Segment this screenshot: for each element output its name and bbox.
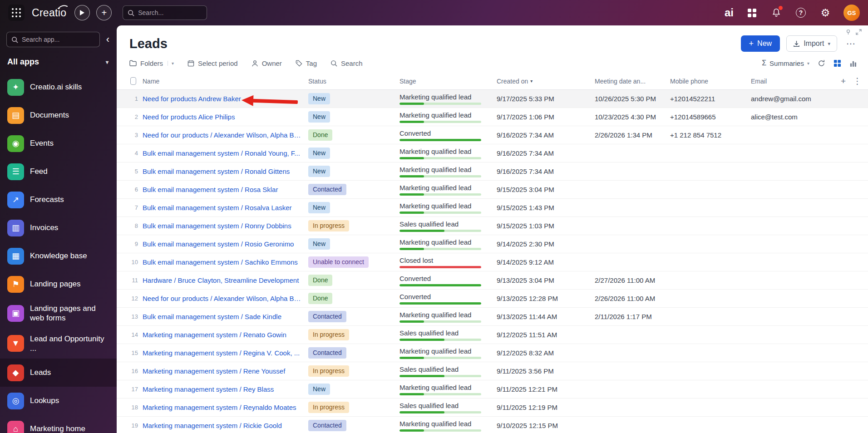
sidebar-item-invoices[interactable]: ▥ Invoices [0, 214, 117, 242]
grid-view-toggle[interactable] [833, 59, 841, 67]
book-icon: ▦ [7, 248, 24, 265]
new-button[interactable]: + New [741, 35, 780, 52]
landing-page-icon: ⚑ [7, 276, 24, 293]
settings-icon[interactable]: ⚙ [819, 6, 832, 19]
table-row[interactable]: 6 Bulk email management system / Rosa Sk… [117, 181, 868, 199]
row-number: 14 [117, 331, 143, 338]
lead-name-link[interactable]: Need for our products / Alexander Wilson… [143, 131, 302, 139]
lead-name-link[interactable]: Bulk email management system / Rosalva L… [143, 204, 302, 212]
creatio-logo[interactable]: Creatio [32, 7, 66, 19]
all-apps-dropdown[interactable]: All apps ▾ [0, 47, 117, 73]
add-column-button[interactable]: + [841, 77, 846, 85]
table-row[interactable]: 16 Marketing management system / Rene Yo… [117, 362, 868, 380]
analytics-view-toggle[interactable] [849, 59, 857, 67]
search-filter[interactable]: Search [330, 59, 363, 67]
table-row[interactable]: 19 Marketing management system / Rickie … [117, 417, 868, 433]
lead-name-link[interactable]: Bulk email management system / Sachiko E… [143, 258, 302, 266]
summaries-dropdown[interactable]: Σ Summaries ▾ [762, 59, 809, 67]
lead-name-link[interactable]: Bulk email management system / Sade Kind… [143, 313, 302, 320]
column-header-mobile-phone[interactable]: Mobile phone [670, 78, 751, 85]
sidebar-item-feed[interactable]: ☰ Feed [0, 157, 117, 186]
table-row[interactable]: 1 Need for products Andrew Baker New Mar… [117, 90, 868, 108]
table-row[interactable]: 4 Bulk email management system / Ronald … [117, 144, 868, 162]
column-header-stage[interactable]: Stage [399, 78, 497, 85]
column-header-meeting-date[interactable]: Meeting date an... [595, 78, 670, 85]
table-row[interactable]: 13 Bulk email management system / Sade K… [117, 308, 868, 326]
select-period-filter[interactable]: Select period [187, 59, 238, 67]
more-actions-button[interactable]: ⋯ [843, 38, 859, 49]
sidebar-item-knowledge-base[interactable]: ▦ Knowledge base [0, 242, 117, 270]
sidebar-item-marketing-home[interactable]: ⌂ Marketing home [0, 415, 117, 433]
table-row[interactable]: 18 Marketing management system / Reynald… [117, 399, 868, 417]
notifications-icon[interactable] [770, 6, 783, 19]
lookup-icon: ◎ [7, 393, 24, 409]
panel-pin-icon[interactable] [845, 29, 851, 35]
table-row[interactable]: 9 Bulk email management system / Rosio G… [117, 235, 868, 253]
lead-name-link[interactable]: Need for our products / Alexander Wilson… [143, 295, 302, 302]
lead-name-link[interactable]: Hardware / Bruce Clayton, Streamline Dev… [143, 276, 302, 284]
import-button[interactable]: Import ▾ [786, 35, 837, 52]
column-header-status[interactable]: Status [308, 78, 399, 85]
sidebar-collapse-button[interactable]: ‹ [104, 34, 112, 45]
table-row[interactable]: 15 Marketing management system / Regina … [117, 344, 868, 362]
column-menu-button[interactable]: ⋮ [853, 77, 862, 85]
table-row[interactable]: 3 Need for our products / Alexander Wils… [117, 126, 868, 144]
lead-name-link[interactable]: Bulk email management system / Rosio Ger… [143, 240, 302, 248]
stage-progress-bar [399, 284, 481, 286]
lead-name-link[interactable]: Bulk email management system / Ronny Dob… [143, 222, 302, 230]
lead-name-link[interactable]: Need for products Alice Philips [143, 113, 302, 121]
table-row[interactable]: 10 Bulk email management system / Sachik… [117, 253, 868, 271]
creatio-ai-logo[interactable]: ai [725, 6, 734, 19]
lead-name-link[interactable]: Marketing management system / Rene Youss… [143, 367, 302, 375]
panel-expand-icon[interactable] [856, 29, 862, 35]
table-row[interactable]: 8 Bulk email management system / Ronny D… [117, 217, 868, 235]
created-on-cell: 9/10/2025 12:15 PM [497, 422, 595, 429]
owner-filter[interactable]: Owner [252, 59, 282, 67]
lead-name-link[interactable]: Need for products Andrew Baker [143, 95, 302, 103]
sidebar-item-lookups[interactable]: ◎ Lookups [0, 387, 117, 415]
sidebar-item-lead-and-opportunity[interactable]: ▼ Lead and Opportunity ... [0, 329, 117, 359]
lead-name-link[interactable]: Bulk email management system / Ronald Gi… [143, 167, 302, 175]
table-row[interactable]: 5 Bulk email management system / Ronald … [117, 162, 868, 181]
app-search-input[interactable] [22, 36, 95, 43]
lead-name-link[interactable]: Marketing management system / Rickie Goo… [143, 422, 302, 429]
table-row[interactable]: 2 Need for products Alice Philips New Ma… [117, 108, 868, 126]
tag-filter[interactable]: Tag [296, 59, 317, 67]
table-row[interactable]: 17 Marketing management system / Rey Bla… [117, 380, 868, 399]
app-launcher-button[interactable] [8, 5, 25, 21]
sidebar-item-landing-pages-and-web-forms[interactable]: ▣ Landing pages and web forms [0, 298, 117, 329]
lead-name-link[interactable]: Marketing management system / Reynaldo M… [143, 403, 302, 411]
lead-name-link[interactable]: Marketing management system / Renato Gow… [143, 331, 302, 339]
quick-add-button[interactable]: + [96, 5, 112, 20]
folders-filter[interactable]: Folders ▾ [129, 59, 174, 67]
workspaces-icon[interactable] [745, 6, 758, 19]
sidebar-item-documents[interactable]: ▤ Documents [0, 101, 117, 129]
table-row[interactable]: 11 Hardware / Bruce Clayton, Streamline … [117, 271, 868, 290]
help-icon[interactable]: ? [794, 6, 807, 19]
lead-name-link[interactable]: Marketing management system / Regina V. … [143, 349, 302, 357]
user-avatar[interactable]: GS [843, 5, 860, 21]
table-row[interactable]: 7 Bulk email management system / Rosalva… [117, 199, 868, 217]
feed-icon: ☰ [7, 163, 24, 180]
sidebar-item-forecasts[interactable]: ↗ Forecasts [0, 186, 117, 214]
column-header-created-on[interactable]: Created on ▾ [497, 78, 595, 85]
lead-name-link[interactable]: Bulk email management system / Ronald Yo… [143, 149, 302, 157]
table-row[interactable]: 12 Need for our products / Alexander Wil… [117, 290, 868, 308]
global-search[interactable] [123, 5, 207, 20]
column-header-name[interactable]: Name [143, 78, 308, 85]
select-all-checkbox[interactable] [130, 77, 136, 85]
run-process-button[interactable] [74, 5, 90, 20]
lead-name-link[interactable]: Bulk email management system / Rosa Skla… [143, 186, 302, 193]
stage-label: Marketing qualified lead [399, 347, 486, 355]
sidebar-item-events[interactable]: ◉ Events [0, 129, 117, 157]
app-search[interactable] [6, 32, 100, 47]
sidebar-item-creatio-ai-skills[interactable]: ✦ Creatio.ai skills [0, 73, 117, 101]
table-row[interactable]: 14 Marketing management system / Renato … [117, 326, 868, 344]
lead-name-link[interactable]: Marketing management system / Rey Blass [143, 385, 302, 393]
global-search-input[interactable] [138, 9, 202, 16]
sidebar-item-landing-pages[interactable]: ⚑ Landing pages [0, 270, 117, 298]
refresh-button[interactable] [818, 59, 825, 67]
sidebar-item-leads[interactable]: ◆ Leads [0, 359, 117, 387]
created-on-cell: 9/16/2025 7:34 AM [497, 167, 595, 175]
stage-label: Marketing qualified lead [399, 384, 486, 391]
